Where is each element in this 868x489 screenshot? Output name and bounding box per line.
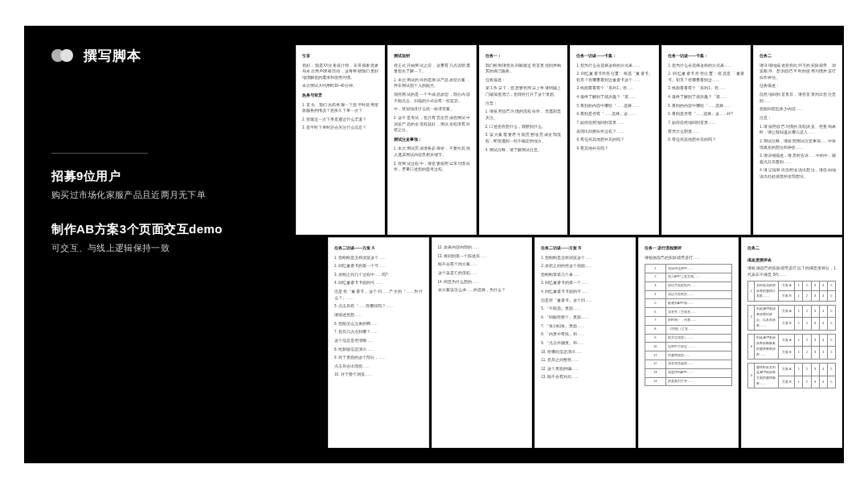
doc-page: 任务一 进行流程测评请根据自己的实际感受进行……1在操作过程中……2加入APP上… <box>638 237 739 448</box>
sidebar-heading-1: 招募9位用户 <box>51 169 276 184</box>
doc-page: 任务一：我们刚刚请您先回顾最近在首页找到并购买的保洁服务。任务描述：某工作日下，… <box>479 45 568 235</box>
slide: 撰写脚本 招募9位用户 购买过市场化家服产品且近两月无下单 制作AB方案3个页面… <box>24 26 844 463</box>
doc-page: 任务二请详细地描述您在此环节的实际感受、浏览顺序、想到自己平时的使用习惯并进行操… <box>753 45 842 235</box>
sidebar: 招募9位用户 购买过市场化家服产品且近两月无下单 制作AB方案3个页面交互dem… <box>51 169 276 275</box>
doc-page: 任务二访谈——方案 B1. 您刚刚是怎样浏览这个……2. 原把之间的在这个画面…… <box>534 237 636 448</box>
doc-page: 任务二访谈——方案 A1. 您刚刚是怎样浏览这个……2. 回忆董睿卡的第一个可…… <box>328 237 429 448</box>
doc-page: 任务一访谈——卡集：1. 您为什么会选择这样的方式来……2. 回忆董睿卡所在位置… <box>661 45 751 235</box>
doc-page: 引言您好，我是XX业务设计师，非常感谢您参与本次用户调研活动，这将帮助我们更好地… <box>296 45 385 235</box>
sidebar-sub-2: 可交互、与线上逻辑保持一致 <box>51 242 276 254</box>
doc-page: 12. 原来内容内部的……13. 将回到第一个陈述后……能不会有个同方案……这个… <box>432 237 533 448</box>
doc-page: 测试说明在正式开始测试之前，这里有几点说明需要您先了解一下。1. 本次测试的目的… <box>387 45 477 235</box>
document-previews: 引言您好，我是XX业务设计师，非常感谢您参与本次用户调研活动，这将帮助我们更好地… <box>296 45 842 455</box>
sidebar-sub-1: 购买过市场化家服产品且近两月无下单 <box>51 189 276 201</box>
logo-icon <box>51 49 76 64</box>
sidebar-heading-2: 制作AB方案3个页面交互demo <box>51 222 276 237</box>
doc-page: 任务二满意度测评表请根据自己的实际感受进行以下的满意度评分，1代表非不满意 5代… <box>741 237 842 448</box>
doc-page: 任务一访谈——卡集：1. 您为什么会选择这样的方式来……2. 回忆董睿卡所在位置… <box>570 45 659 235</box>
slide-canvas: 撰写脚本 招募9位用户 购买过市场化家服产品且近两月无下单 制作AB方案3个页面… <box>0 0 868 489</box>
header-logo: 撰写脚本 <box>51 47 141 65</box>
section-divider <box>51 153 148 154</box>
page-title: 撰写脚本 <box>84 47 141 65</box>
